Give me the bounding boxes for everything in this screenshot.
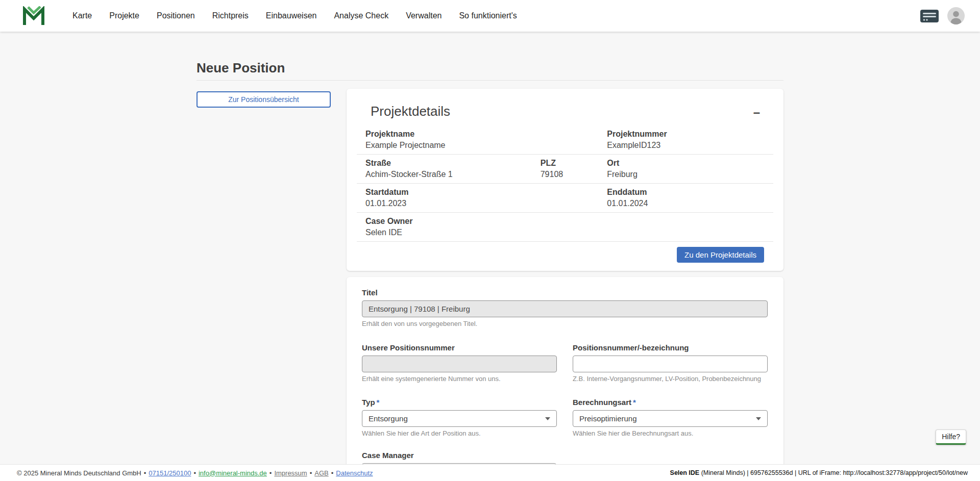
projektnummer-label: Projektnummer [607,129,773,139]
footer-session-text: (Mineral Minds) | 69576255536d | URL of … [699,469,968,476]
startdatum-value: 01.01.2023 [365,198,598,209]
berechnungsart-select-value: Preisoptimierung [579,414,637,423]
projektname-value: Example Projectname [365,140,598,150]
project-details-card: Projektdetails – Projektname Example Pro… [347,89,783,271]
typ-select[interactable]: Entsorgung [362,410,557,427]
titel-label: Titel [362,288,768,297]
footer-user-name: Selen IDE [670,469,700,476]
footer-session-info: Selen IDE (Mineral Minds) | 69576255536d… [670,469,968,476]
berechnungsart-label: Berechnungsart [573,398,631,407]
typ-select-value: Entsorgung [369,414,408,423]
strasse-value: Achim-Stocker-Straße 1 [365,169,532,180]
chevron-down-icon [545,417,550,420]
nav-item-so-funktionierts[interactable]: So funktioniert's [459,11,517,20]
case-owner-value: Selen IDE [365,227,773,238]
main-nav: Karte Projekte Positionen Richtpreis Ein… [72,11,517,20]
ort-value: Freiburg [607,169,773,180]
unsere-positionsnummer-label: Unsere Positionsnummer [362,343,557,352]
typ-field: Typ* Entsorgung Wählen Sie hier die Art … [362,398,557,438]
plz-value: 79108 [541,169,599,180]
projektname-label: Projektname [365,129,598,139]
required-asterisk: * [377,398,380,407]
table-row: Case Owner Selen IDE [357,213,773,242]
nav-item-einbauweisen[interactable]: Einbauweisen [266,11,317,20]
footer-datenschutz-link[interactable]: Datenschutz [336,469,373,477]
copyright-text: © 2025 Mineral Minds Deutschland GmbH [17,469,141,477]
title-divider [197,80,783,81]
enddatum-value: 01.01.2024 [607,198,773,209]
back-to-positions-button[interactable]: Zur Positionsübersicht [197,91,331,108]
table-row: Straße Achim-Stocker-Straße 1 PLZ 79108 … [357,155,773,184]
typ-helper: Wählen Sie hier die Art der Position aus… [362,429,557,438]
footer-phone-link[interactable]: 07151/250100 [149,469,191,477]
unsere-positionsnummer-field: Unsere Positionsnummer Erhält eine syste… [362,343,557,383]
footer-agb-link[interactable]: AGB [314,469,328,477]
footer: © 2025 Mineral Minds Deutschland GmbH • … [0,464,980,481]
titel-helper: Erhält den von uns vorgegebenen Titel. [362,320,768,328]
positionsnummer-field: Positionsnummer/-bezeichnung Z.B. Intern… [573,343,768,383]
page-title: Neue Position [197,60,783,76]
table-row: Projektname Example Projectname Projektn… [357,125,773,155]
right-column: Projektdetails – Projektname Example Pro… [347,89,783,481]
ort-label: Ort [607,158,773,168]
help-button[interactable]: Hilfe? [936,429,966,445]
footer-separator: • [193,469,196,477]
server-icon[interactable] [920,9,939,23]
navbar-right-group [920,7,965,24]
main-content: Neue Position Zur Positionsübersicht Pro… [0,32,980,481]
nav-item-analyse-check[interactable]: Analyse Check [334,11,388,20]
server-icon-glyph [920,9,939,23]
top-navbar: Karte Projekte Positionen Richtpreis Ein… [0,0,980,32]
footer-separator: • [331,469,334,477]
footer-separator: • [270,469,272,477]
case-owner-label: Case Owner [365,216,773,226]
positionsnummer-input[interactable] [573,356,768,372]
titel-input [362,300,768,317]
left-column: Zur Positionsübersicht [197,89,331,108]
typ-label: Typ [362,398,375,407]
table-row: Startdatum 01.01.2023 Enddatum 01.01.202… [357,184,773,213]
project-details-title: Projektdetails [371,104,450,119]
startdatum-label: Startdatum [365,187,598,197]
berechnungsart-field: Berechnungsart* Preisoptimierung Wählen … [573,398,768,438]
nav-item-richtpreis[interactable]: Richtpreis [212,11,249,20]
footer-left: © 2025 Mineral Minds Deutschland GmbH • … [17,469,373,477]
user-avatar-icon [947,7,965,24]
berechnungsart-select[interactable]: Preisoptimierung [573,410,768,427]
enddatum-label: Enddatum [607,187,773,197]
nav-item-karte[interactable]: Karte [72,11,92,20]
plz-label: PLZ [541,158,599,168]
logo-m-icon [22,6,45,26]
nav-item-positionen[interactable]: Positionen [157,11,195,20]
footer-email-link[interactable]: info@mineral-minds.de [199,469,267,477]
chevron-down-icon [756,417,761,420]
positionsnummer-helper: Z.B. Interne-Vorgangsnummer, LV-Position… [573,375,768,383]
strasse-label: Straße [365,158,532,168]
footer-separator: • [310,469,312,477]
user-avatar[interactable] [947,7,965,24]
unsere-positionsnummer-input [362,356,557,372]
projektnummer-value: ExampleID123 [607,140,773,150]
berechnungsart-helper: Wählen Sie hier die Berechnungsart aus. [573,429,768,438]
go-to-project-details-button[interactable]: Zu den Projektdetails [677,247,764,263]
mineral-minds-logo[interactable] [22,6,46,26]
footer-impressum-link[interactable]: Impressum [274,469,307,477]
titel-field: Titel Erhält den von uns vorgegebenen Ti… [362,288,768,328]
nav-item-verwalten[interactable]: Verwalten [406,11,442,20]
case-manager-label: Case Manager [362,451,556,460]
required-asterisk: * [633,398,636,407]
nav-item-projekte[interactable]: Projekte [109,11,139,20]
collapse-card-button[interactable]: – [750,104,763,120]
new-position-form-card: Titel Erhält den von uns vorgegebenen Ti… [347,277,783,481]
footer-separator: • [144,469,146,477]
unsere-positionsnummer-helper: Erhält eine systemgenerierte Nummer von … [362,375,557,383]
positionsnummer-label: Positionsnummer/-bezeichnung [573,343,768,352]
project-details-table: Projektname Example Projectname Projektn… [357,125,773,242]
